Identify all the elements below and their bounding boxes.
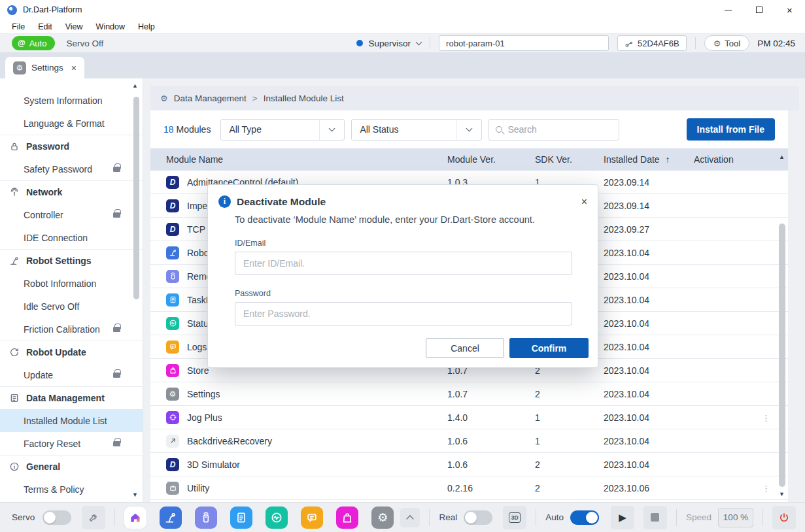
real-toggle[interactable]	[464, 510, 492, 525]
mode-icon: @	[18, 39, 26, 48]
maximize-button[interactable]	[744, 0, 774, 20]
table-scrollbar[interactable]	[779, 224, 785, 487]
sidebar-item-idle-servo-off[interactable]: Idle Servo Off	[0, 295, 143, 318]
sidebar-item-robot-update[interactable]: Robot Update	[0, 341, 143, 363]
simulator-3d-button[interactable]: 3D	[503, 506, 526, 529]
sidebar-scroll-up-icon[interactable]: ▲	[132, 82, 138, 89]
confirm-button[interactable]: Confirm	[509, 338, 589, 358]
sidebar-item-data-management[interactable]: Data Management	[0, 386, 143, 409]
stop-button[interactable]	[643, 506, 667, 529]
sidebar-item-terms-policy[interactable]: Terms & Policy	[0, 478, 143, 501]
table-row[interactable]: Backdrive&Recovery1.0.612023.10.04	[150, 429, 788, 453]
id-email-field[interactable]	[235, 252, 572, 275]
column-installed-date[interactable]: Installed Date ↑	[604, 154, 694, 165]
table-row[interactable]: Utility0.2.1622023.10.06⋮	[150, 476, 788, 500]
breadcrumb-root[interactable]: Data Management	[174, 93, 247, 103]
table-row[interactable]: Jog Plus1.4.012023.10.04⋮	[150, 406, 788, 429]
settings-gear-icon: ⚙	[13, 61, 26, 75]
column-module-ver[interactable]: Module Ver.	[447, 154, 535, 165]
device-id-badge[interactable]: 52D4AF6B	[617, 35, 687, 51]
column-sdk-ver[interactable]: SDK Ver.	[535, 154, 604, 165]
search-box[interactable]	[488, 119, 619, 141]
robot-param-input[interactable]	[439, 35, 609, 51]
dock-collapse-button[interactable]	[400, 508, 420, 527]
tool-button[interactable]: ⚙ Tool	[704, 35, 750, 51]
remote-icon	[166, 270, 179, 283]
app-task-doc[interactable]	[230, 507, 252, 529]
sidebar-item-label: Safety Password	[24, 164, 92, 175]
row-more-button[interactable]: ⋮	[762, 484, 770, 493]
sidebar-item-label: Terms & Policy	[24, 484, 84, 495]
password-field[interactable]	[235, 302, 572, 325]
row-more-button[interactable]: ⋮	[762, 413, 770, 423]
cancel-button[interactable]: Cancel	[426, 338, 504, 358]
table-row[interactable]: D3D Simulator1.0.622023.10.04	[150, 453, 788, 476]
app-logs-chat[interactable]	[301, 507, 323, 529]
module-ver: 1.4.0	[447, 412, 535, 423]
app-store-bag[interactable]	[336, 507, 358, 529]
menu-window[interactable]: Window	[90, 22, 131, 31]
app-remote[interactable]	[195, 507, 217, 529]
sidebar-item-robot-information[interactable]: Robot Information	[0, 272, 143, 295]
sidebar-item-system-information[interactable]: System Information	[0, 89, 143, 112]
menu-file[interactable]: File	[5, 22, 31, 31]
minimize-button[interactable]	[713, 0, 744, 20]
module-ver: 0.2.16	[447, 483, 535, 493]
role-selector[interactable]: Supervisor	[356, 39, 422, 48]
type-filter-dropdown[interactable]: All Type	[220, 119, 345, 141]
sidebar-scroll-down-icon[interactable]: ▼	[132, 491, 138, 498]
3d-icon: 3D	[509, 512, 521, 523]
column-activation[interactable]: Activation	[694, 154, 759, 165]
close-button[interactable]: ×	[774, 0, 805, 20]
sidebar-item-general[interactable]: General	[0, 455, 143, 478]
menu-help[interactable]: Help	[131, 22, 162, 31]
sidebar-item-language-format[interactable]: Language & Format	[0, 112, 143, 135]
status-filter-dropdown[interactable]: All Status	[351, 119, 482, 141]
dialog-close-icon[interactable]: ×	[581, 197, 587, 207]
sidebar-item-factory-reset[interactable]: Factory Reset	[0, 432, 143, 455]
mode-badge[interactable]: @ Auto	[12, 36, 55, 50]
jog-wrench-button[interactable]	[82, 506, 105, 529]
install-from-file-button[interactable]: Install from File	[687, 118, 775, 141]
play-button[interactable]: ▶	[611, 506, 634, 529]
auto-toggle[interactable]	[570, 510, 599, 525]
table-scroll-down-icon[interactable]: ▼	[779, 491, 785, 497]
sidebar-item-controller[interactable]: Controller	[0, 203, 143, 226]
search-input[interactable]	[507, 124, 612, 135]
dart-icon: D	[166, 199, 179, 212]
app-home[interactable]	[124, 507, 146, 529]
module-sdk: 2	[535, 389, 604, 399]
module-name: Utility	[187, 483, 209, 493]
lock-icon	[113, 167, 120, 172]
table-row[interactable]: ⚙Settings1.0.722023.10.04	[150, 382, 788, 406]
sidebar-item-safety-password[interactable]: Safety Password	[0, 158, 143, 180]
column-module-name[interactable]: Module Name	[161, 154, 447, 165]
table-scroll-up-icon[interactable]: ▲	[779, 154, 785, 160]
speed-label: Speed	[686, 512, 711, 522]
password-label: Password	[235, 289, 571, 298]
sidebar-item-network[interactable]: Network	[0, 180, 143, 203]
menu-view[interactable]: View	[59, 22, 90, 31]
module-ver: 1.0.7	[447, 389, 535, 399]
sidebar-item-friction-calibration[interactable]: Friction Calibration	[0, 318, 143, 341]
tab-settings[interactable]: ⚙ Settings ×	[5, 57, 84, 78]
module-date: 2023.09.14	[604, 177, 694, 188]
maximize-icon	[756, 7, 762, 13]
sidebar-item-ide-connection[interactable]: IDE Connection	[0, 226, 143, 249]
speed-value[interactable]: 100 %	[718, 508, 753, 527]
sidebar-scrollbar[interactable]	[133, 97, 139, 299]
sidebar-item-robot-settings[interactable]: Robot Settings	[0, 249, 143, 272]
dart-icon: D	[166, 458, 179, 471]
servo-toggle[interactable]	[43, 510, 71, 525]
tab-close-icon[interactable]: ×	[71, 63, 77, 73]
sidebar-item-update[interactable]: Update	[0, 363, 143, 386]
sidebar-item-installed-module-list[interactable]: Installed Module List	[0, 409, 143, 432]
power-button[interactable]	[772, 506, 796, 529]
app-settings-gear[interactable]: ⚙	[371, 507, 394, 529]
module-ver: 1.0.6	[447, 436, 535, 446]
app-robot-arm[interactable]	[160, 507, 182, 529]
app-status-monitor[interactable]	[265, 507, 288, 529]
window-controls: ×	[713, 0, 805, 20]
sidebar-item-password[interactable]: Password	[0, 135, 143, 158]
menu-edit[interactable]: Edit	[31, 22, 59, 31]
